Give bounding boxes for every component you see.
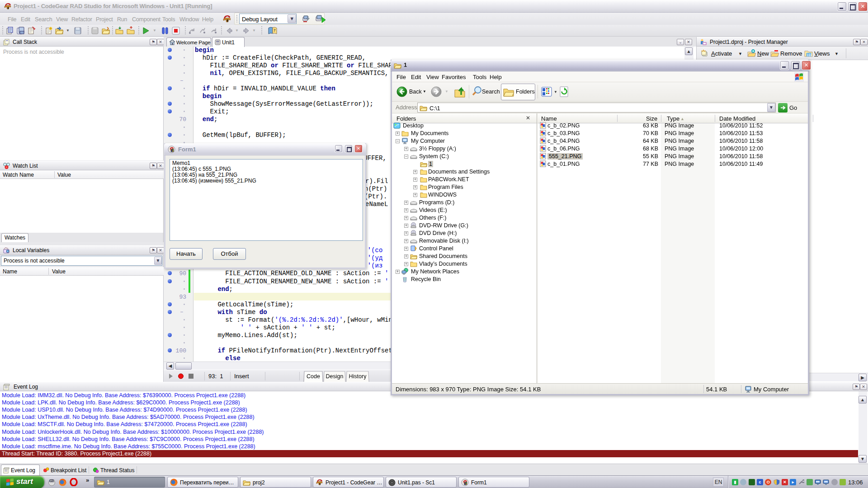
svg-text:?: ? xyxy=(274,28,276,33)
svg-text:MV2: MV2 xyxy=(50,479,55,482)
